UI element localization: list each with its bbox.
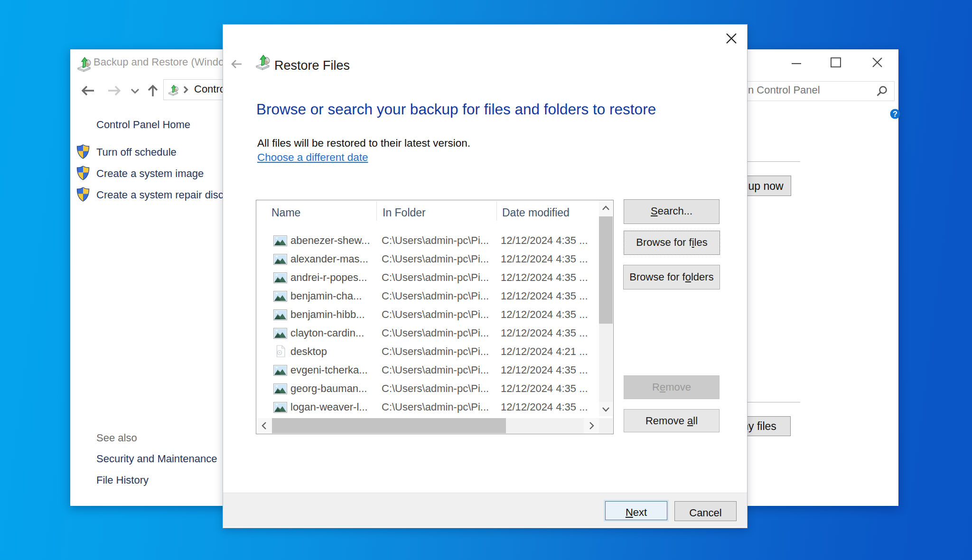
svg-text:?: ? — [893, 110, 897, 118]
